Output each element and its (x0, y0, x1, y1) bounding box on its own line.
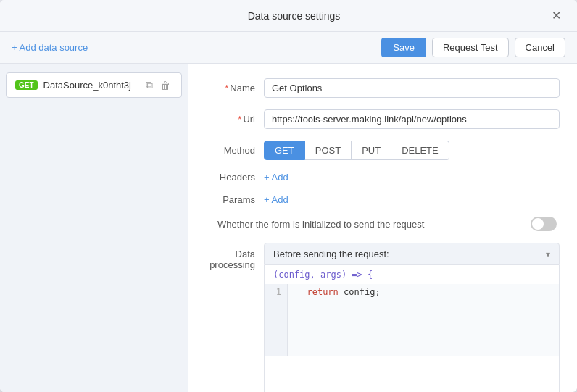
dropdown-bar-label: Before sending the request: (273, 249, 389, 259)
line-numbers: 1 (265, 284, 288, 356)
code-signature-text: (config, args) => { (273, 270, 373, 280)
url-required-star: * (238, 114, 241, 125)
toolbar-actions: Save Request Test Cancel (381, 38, 565, 57)
chevron-down-icon: ▾ (546, 249, 550, 259)
dialog-toolbar: + Add data source Save Request Test Canc… (0, 32, 577, 64)
name-row: *Name (206, 78, 560, 98)
data-source-settings-dialog: Data source settings ✕ + Add data source… (0, 0, 577, 392)
data-processing-label: Data processing (206, 243, 264, 270)
params-add-button[interactable]: + Add (264, 194, 288, 205)
data-processing-row: Data processing Before sending the reque… (206, 243, 560, 392)
method-label: Method (206, 145, 264, 156)
url-label: *Url (206, 114, 264, 125)
code-editor[interactable]: (config, args) => { 1 return config; (264, 265, 560, 392)
close-button[interactable]: ✕ (547, 7, 565, 24)
url-input[interactable] (264, 109, 560, 129)
code-signature: (config, args) => { (265, 265, 559, 284)
toggle-label: Whether the form is initialized to send … (206, 219, 531, 230)
datasource-item[interactable]: GET DataSource_k0ntht3j ⧉ 🗑 (6, 72, 182, 98)
method-badge: GET (15, 80, 38, 90)
code-padding (265, 356, 559, 392)
delete-datasource-button[interactable]: 🗑 (158, 79, 173, 92)
method-get-button[interactable]: GET (264, 141, 305, 160)
headers-add-button[interactable]: + Add (264, 172, 288, 183)
code-var: config; (344, 287, 381, 297)
name-input[interactable] (264, 78, 560, 98)
datasource-actions: ⧉ 🗑 (144, 78, 173, 92)
sidebar: GET DataSource_k0ntht3j ⧉ 🗑 (0, 64, 188, 392)
method-group: GET POST PUT DELETE (264, 141, 449, 160)
method-put-button[interactable]: PUT (352, 141, 391, 160)
headers-label: Headers (206, 172, 264, 183)
params-label: Params (206, 194, 264, 205)
dialog-header: Data source settings ✕ (0, 0, 577, 32)
code-content: return config; (288, 284, 559, 356)
data-processing-section: Data processing Before sending the reque… (206, 243, 560, 392)
url-row: *Url (206, 109, 560, 129)
copy-datasource-button[interactable]: ⧉ (144, 78, 155, 92)
method-row: Method GET POST PUT DELETE (206, 141, 560, 160)
params-row: Params + Add (206, 194, 560, 205)
main-content: *Name *Url Method GET POST PUT DELETE (188, 64, 577, 392)
name-required-star: * (225, 83, 228, 93)
data-processing-right: Before sending the request: ▾ (config, a… (264, 243, 560, 392)
save-button[interactable]: Save (381, 38, 426, 57)
toggle-switch[interactable] (531, 217, 557, 231)
toggle-row: Whether the form is initialized to send … (206, 217, 560, 231)
dialog-body: GET DataSource_k0ntht3j ⧉ 🗑 *Name *Ur (0, 64, 577, 392)
dialog-title: Data source settings (41, 10, 547, 22)
method-delete-button[interactable]: DELETE (391, 141, 449, 160)
datasource-name: DataSource_k0ntht3j (43, 80, 138, 91)
dropdown-bar[interactable]: Before sending the request: ▾ (264, 243, 560, 265)
request-test-button[interactable]: Request Test (432, 38, 509, 57)
add-source-button[interactable]: + Add data source (12, 42, 88, 53)
return-keyword: return (307, 287, 338, 297)
headers-row: Headers + Add (206, 172, 560, 183)
code-body: 1 return config; (265, 284, 559, 356)
name-label: *Name (206, 83, 264, 93)
cancel-button[interactable]: Cancel (515, 38, 565, 57)
method-post-button[interactable]: POST (305, 141, 352, 160)
